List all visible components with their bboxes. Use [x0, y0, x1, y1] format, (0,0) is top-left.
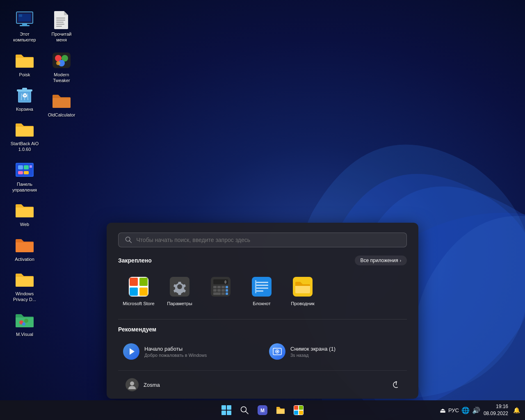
- pinned-app-notepad[interactable]: Блокнот: [241, 272, 282, 311]
- svg-point-23: [24, 319, 28, 323]
- desktop-icon-windows-privacy[interactable]: Windows Privacy D...: [8, 268, 41, 304]
- user-info[interactable]: Zosma: [121, 376, 164, 394]
- user-name: Zosma: [144, 382, 160, 388]
- svg-rect-48: [217, 286, 221, 288]
- svg-line-36: [130, 241, 132, 243]
- svg-point-68: [276, 351, 278, 352]
- svg-rect-80: [299, 411, 303, 415]
- desktop-icon-control-panel[interactable]: Панель управления: [8, 158, 41, 195]
- clock-date: 08.09.2022: [484, 410, 508, 417]
- desktop-icon-activation[interactable]: Activation: [8, 233, 41, 264]
- rec-item-screenshot[interactable]: Снимок экрана (1) 3s назад: [264, 339, 407, 364]
- svg-rect-52: [217, 289, 221, 292]
- svg-rect-47: [213, 286, 217, 288]
- start-menu-footer: Zosma: [118, 370, 407, 399]
- search-bar[interactable]: [118, 233, 407, 247]
- tray-icons: ⏏ РУС 🌐 🔊: [440, 406, 480, 414]
- desktop-icon-modern-tweaker[interactable]: Modern Tweaker: [45, 49, 78, 85]
- svg-text:♻: ♻: [22, 92, 27, 99]
- all-apps-button[interactable]: Все приложения ›: [355, 256, 407, 265]
- svg-rect-27: [56, 22, 64, 23]
- sound-icon[interactable]: 🔊: [472, 406, 480, 414]
- pinned-app-explorer[interactable]: Проводник: [282, 272, 323, 311]
- folder-taskbar-icon: [276, 405, 285, 415]
- desktop-icon-computer[interactable]: Этот компьютер: [8, 8, 41, 45]
- desktop-icon-old-calculator[interactable]: OldCalculator: [45, 89, 78, 119]
- desktop-icons-container: Этот компьютер Poisk: [8, 8, 74, 377]
- svg-text:0: 0: [224, 281, 226, 284]
- usb-icon[interactable]: ⏏: [440, 406, 446, 414]
- taskbar-explorer-button[interactable]: [272, 402, 289, 418]
- desktop-icon-recycle[interactable]: ♻ Корзина: [8, 83, 41, 114]
- svg-text:M: M: [260, 408, 265, 413]
- svg-rect-29: [56, 26, 62, 27]
- taskbar-clock[interactable]: 19:16 08.09.2022: [484, 403, 508, 417]
- windows-logo-icon: [221, 405, 231, 415]
- taskbar-store-button[interactable]: [290, 402, 307, 418]
- svg-rect-21: [30, 165, 32, 168]
- svg-rect-57: [226, 292, 228, 295]
- start-menu: Закреплено Все приложения ›: [107, 223, 418, 399]
- desktop-icon-startback[interactable]: StartBack AiO 1.0.60: [8, 118, 41, 154]
- svg-rect-19: [18, 171, 23, 174]
- language-indicator[interactable]: РУС: [448, 407, 459, 413]
- recycle-label: Корзина: [10, 106, 39, 112]
- person-icon: [128, 380, 137, 389]
- notification-icon[interactable]: 🔔: [513, 407, 520, 413]
- recommended-title: Рекомендуем: [118, 326, 156, 333]
- startback-label: StartBack AiO 1.0.60: [10, 141, 39, 153]
- desktop-icon-web[interactable]: Web: [8, 199, 41, 229]
- svg-rect-56: [221, 292, 225, 295]
- power-icon: [392, 381, 400, 389]
- globe-icon[interactable]: 🌐: [461, 406, 470, 414]
- svg-rect-17: [18, 165, 23, 169]
- svg-point-69: [130, 381, 134, 386]
- taskbar-teams-button[interactable]: M: [254, 402, 271, 418]
- pinned-app-settings[interactable]: Параметры: [159, 272, 200, 311]
- taskbar-search-button[interactable]: [236, 402, 253, 418]
- activation-label: Activation: [10, 256, 39, 262]
- taskbar-start-button[interactable]: [218, 402, 235, 418]
- pinned-section-header: Закреплено Все приложения ›: [118, 256, 407, 265]
- taskbar-tray: ⏏ РУС 🌐 🔊 19:16 08.09.2022 🔔: [440, 403, 520, 417]
- desktop-icon-m-visual[interactable]: M.Visual: [8, 308, 41, 339]
- pinned-app-calculator[interactable]: 0: [200, 272, 241, 311]
- search-input[interactable]: [136, 237, 400, 243]
- screenshot-icon: [269, 343, 285, 360]
- svg-rect-79: [294, 411, 298, 415]
- desktop-icon-poisk[interactable]: Poisk: [8, 49, 41, 79]
- modern-tweaker-icon: [52, 52, 71, 69]
- search-taskbar-icon: [240, 406, 249, 415]
- recommended-header: Рекомендуем: [118, 326, 407, 333]
- ms-store-icon: [128, 276, 149, 297]
- svg-rect-6: [19, 14, 22, 17]
- svg-rect-4: [20, 25, 30, 26]
- store-taskbar-icon: [294, 405, 304, 415]
- modern-tweaker-label: Modern Tweaker: [47, 72, 76, 84]
- svg-rect-59: [255, 282, 268, 283]
- svg-rect-50: [226, 286, 228, 288]
- svg-rect-51: [213, 289, 217, 292]
- svg-rect-39: [139, 278, 148, 286]
- svg-rect-13: [22, 88, 27, 90]
- folder-web-icon: [15, 202, 34, 218]
- m-visual-label: M.Visual: [10, 331, 39, 337]
- svg-rect-25: [56, 18, 65, 18]
- pinned-title: Закреплено: [118, 257, 152, 264]
- notepad-icon: [251, 276, 272, 297]
- svg-rect-63: [255, 280, 256, 293]
- svg-rect-54: [226, 289, 228, 292]
- pinned-apps-grid: Microsoft Store Параметры: [118, 272, 407, 311]
- notepad-label: Блокнот: [253, 301, 270, 307]
- pinned-app-ms-store[interactable]: Microsoft Store: [118, 272, 159, 311]
- windows-privacy-label: Windows Privacy D...: [10, 291, 39, 303]
- svg-rect-58: [252, 277, 272, 297]
- explorer-label: Проводник: [291, 301, 315, 307]
- svg-rect-77: [294, 406, 298, 410]
- desktop-icon-prochitay[interactable]: Прочитай меня: [45, 8, 78, 45]
- getting-started-icon: [123, 343, 139, 360]
- taskbar-center: M: [218, 402, 307, 418]
- rec-item-getting-started[interactable]: Начало работы Добро пожаловать в Windows: [118, 339, 261, 364]
- power-button[interactable]: [389, 377, 404, 392]
- settings-icon: [169, 276, 190, 297]
